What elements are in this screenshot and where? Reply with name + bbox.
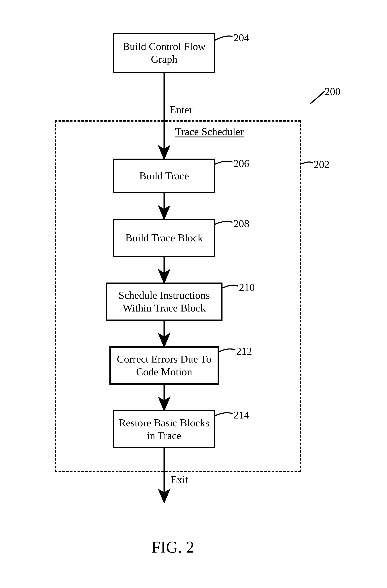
box-206: Build Trace: [113, 159, 215, 193]
ref-208: 208: [234, 218, 249, 230]
ref-210: 210: [239, 282, 255, 293]
box-214: Restore Basic Blocks in Trace: [113, 410, 215, 448]
box-210: Schedule Instructions Within Trace Block: [106, 283, 222, 321]
ref-214: 214: [234, 409, 249, 421]
ref-212: 212: [236, 345, 252, 357]
enter-label: Enter: [170, 104, 193, 116]
ref-200: 200: [325, 86, 341, 97]
box-208: Build Trace Block: [113, 219, 215, 257]
figure-caption: FIG. 2: [151, 538, 194, 556]
box-206-text: Build Trace: [139, 169, 189, 182]
scheduler-title: Trace Scheduler: [175, 126, 244, 137]
ref-202: 202: [314, 159, 330, 170]
ref-204: 204: [234, 32, 249, 43]
box-212-text: Correct Errors Due To Code Motion: [114, 353, 214, 378]
box-214-text: Restore Basic Blocks in Trace: [118, 417, 210, 442]
box-204-text: Build Control Flow Graph: [118, 40, 210, 65]
box-204: Build Control Flow Graph: [113, 33, 215, 73]
exit-label: Exit: [171, 474, 188, 485]
box-212: Correct Errors Due To Code Motion: [109, 346, 219, 385]
box-210-text: Schedule Instructions Within Trace Block: [111, 289, 217, 314]
box-208-text: Build Trace Block: [125, 231, 203, 244]
ref-206: 206: [234, 158, 249, 169]
